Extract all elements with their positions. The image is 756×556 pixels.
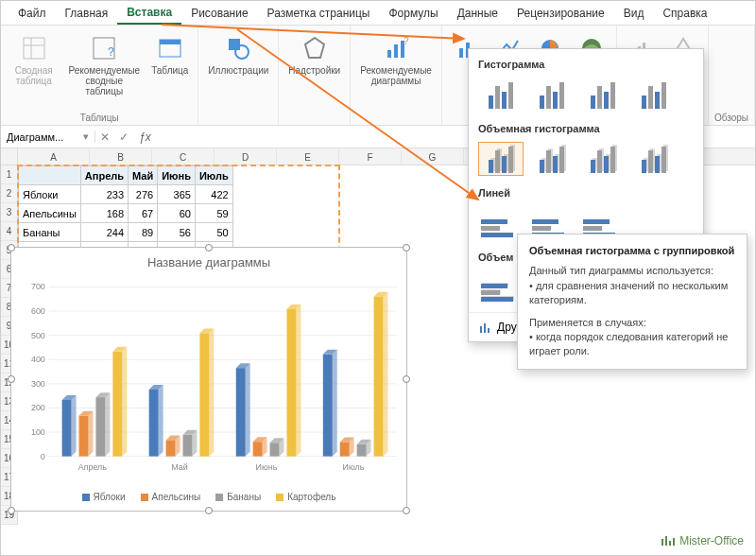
chart-thumb-2d-3[interactable] <box>631 78 677 112</box>
menu-данные[interactable]: Данные <box>448 3 507 24</box>
table-cell[interactable]: 233 <box>80 185 128 204</box>
svg-marker-50 <box>122 347 127 457</box>
legend-item: Картофель <box>276 492 335 502</box>
menu-рецензирование[interactable]: Рецензирование <box>507 3 614 24</box>
svg-text:?: ? <box>108 45 114 59</box>
svg-rect-48 <box>112 352 122 457</box>
dropdown-section-title: Гистограмма <box>469 55 703 74</box>
table-cell[interactable]: 168 <box>80 204 128 223</box>
ribbon-label: Иллюстрации <box>208 65 268 76</box>
col-header[interactable]: G <box>402 148 464 165</box>
chart-thumb-3d-0[interactable] <box>478 142 524 176</box>
svg-rect-6 <box>160 40 180 44</box>
table-icon <box>155 33 185 63</box>
resize-handle[interactable] <box>205 244 213 252</box>
menu-справка[interactable]: Справка <box>653 3 716 24</box>
select-all-corner[interactable] <box>1 148 18 165</box>
svg-rect-94 <box>673 538 675 546</box>
col-header[interactable]: D <box>215 148 277 165</box>
legend-item: Апельсины <box>141 492 201 502</box>
recommended-charts-button[interactable]: ?Рекомендуемые диаграммы <box>356 29 436 90</box>
recommended-pivot-button[interactable]: ?Рекомендуемые сводные таблицы <box>64 29 144 100</box>
chart-thumb-3d-3[interactable] <box>631 142 677 176</box>
chart-legend: ЯблокиАпельсиныБананыКартофель <box>11 488 406 502</box>
table-cell[interactable]: Бананы <box>19 223 81 242</box>
row-header[interactable]: 4 <box>1 222 17 241</box>
legend-item: Яблоки <box>82 492 126 502</box>
table-cell[interactable]: 276 <box>129 185 158 204</box>
row-header[interactable]: 3 <box>1 203 17 222</box>
svg-marker-41 <box>72 395 77 457</box>
resize-handle[interactable] <box>8 507 15 514</box>
illustrations-button[interactable]: Иллюстрации <box>204 29 272 79</box>
ribbon-label: Таблица <box>151 65 188 76</box>
svg-rect-14 <box>459 48 463 58</box>
menu-разметка страницы[interactable]: Разметка страницы <box>258 3 380 24</box>
illustrations-icon <box>223 33 253 63</box>
svg-text:Июль: Июль <box>343 462 365 472</box>
chart-thumb-3d-1[interactable] <box>529 142 575 176</box>
chart-title[interactable]: Название диаграммы <box>11 248 406 277</box>
resize-handle[interactable] <box>403 244 410 252</box>
table-cell[interactable]: 50 <box>195 223 232 242</box>
col-header[interactable]: E <box>277 148 339 165</box>
col-header[interactable]: C <box>152 148 215 165</box>
table-cell[interactable]: Апельсины <box>19 204 81 223</box>
menu-файл[interactable]: Файл <box>9 3 56 24</box>
table-cell[interactable]: Яблоки <box>19 185 81 204</box>
tooltip-text: • для сравнения значений по нескольким к… <box>529 279 735 308</box>
row-header[interactable]: 1 <box>1 165 17 184</box>
resize-handle[interactable] <box>205 507 213 514</box>
table-cell[interactable]: 365 <box>158 185 196 204</box>
svg-text:Май: Май <box>171 462 188 472</box>
svg-marker-89 <box>383 292 387 457</box>
chart-thumb-2d-1[interactable] <box>529 78 575 112</box>
chart-plot-area: 0100200300400500600700АпрельМайИюньИюль <box>11 277 406 485</box>
menu-рисование[interactable]: Рисование <box>181 3 257 24</box>
resize-handle[interactable] <box>8 375 15 383</box>
name-box[interactable]: Диаграмм...▾ <box>1 130 95 143</box>
fx-icon[interactable]: ƒx <box>133 130 157 144</box>
menu-вставка[interactable]: Вставка <box>117 2 181 25</box>
table-cell[interactable]: 59 <box>195 204 232 223</box>
svg-rect-58 <box>183 435 193 457</box>
tooltip-title: Объемная гистограмма с группировкой <box>529 244 735 258</box>
table-cell[interactable]: 422 <box>195 185 232 204</box>
table-cell[interactable]: 60 <box>158 204 196 223</box>
dropdown-section-title: Линей <box>469 183 703 202</box>
col-header[interactable]: A <box>18 148 90 165</box>
table-button[interactable]: Таблица <box>147 29 192 79</box>
table-header[interactable]: Июль <box>195 166 232 185</box>
table-cell[interactable]: 244 <box>80 223 128 242</box>
menu-вид[interactable]: Вид <box>614 3 654 24</box>
resize-handle[interactable] <box>8 244 15 252</box>
ribbon-group-label: Обзоры <box>714 111 748 123</box>
menu-главная[interactable]: Главная <box>56 3 118 24</box>
addins-button[interactable]: Надстройки <box>284 29 344 79</box>
col-header[interactable]: B <box>90 148 152 165</box>
resize-handle[interactable] <box>403 507 410 514</box>
table-header[interactable]: Апрель <box>80 166 128 185</box>
chart-thumb-2d-2[interactable] <box>580 78 626 112</box>
table-cell[interactable]: 56 <box>158 223 196 242</box>
cancel-formula-icon: ✕ <box>95 130 114 144</box>
dropdown-section-title: Объемная гистограмма <box>469 119 703 138</box>
svg-text:Июнь: Июнь <box>256 462 278 472</box>
table-header[interactable] <box>19 166 81 185</box>
svg-text:?: ? <box>404 36 409 46</box>
row-header[interactable]: 2 <box>1 184 17 203</box>
chart-thumb-3d-2[interactable] <box>580 142 626 176</box>
table-header[interactable]: Май <box>129 166 158 185</box>
menu-формулы[interactable]: Формулы <box>379 3 447 24</box>
svg-rect-0 <box>24 38 44 59</box>
table-header[interactable]: Июнь <box>158 166 196 185</box>
svg-marker-9 <box>305 38 324 58</box>
embedded-chart[interactable]: Название диаграммы 010020030040050060070… <box>10 247 407 512</box>
svg-marker-67 <box>246 363 250 456</box>
svg-rect-68 <box>253 442 263 456</box>
chart-thumb-2d-0[interactable] <box>478 78 524 112</box>
resize-handle[interactable] <box>403 375 410 383</box>
table-cell[interactable]: 67 <box>129 204 158 223</box>
table-cell[interactable]: 89 <box>129 223 158 242</box>
col-header[interactable]: F <box>339 148 402 165</box>
